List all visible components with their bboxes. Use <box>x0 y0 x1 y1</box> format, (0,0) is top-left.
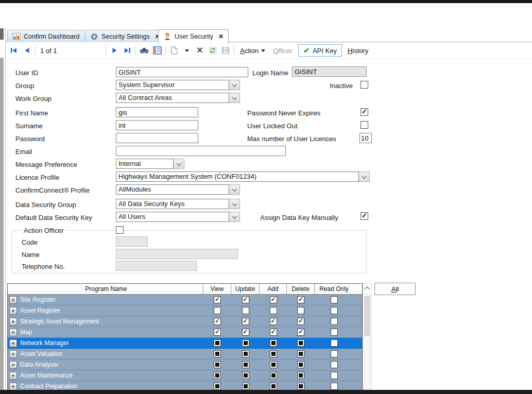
next-record-button[interactable] <box>110 45 119 56</box>
new-record-icon[interactable] <box>169 45 179 56</box>
table-row[interactable]: + Asset Maintenance <box>8 370 362 381</box>
add-checkbox[interactable] <box>270 361 277 368</box>
update-checkbox[interactable] <box>242 307 249 314</box>
api-key-button[interactable]: ✔ API Key <box>298 44 342 57</box>
close-icon[interactable]: ✕ <box>218 33 224 40</box>
add-checkbox[interactable] <box>270 350 277 357</box>
column-header-program-name[interactable]: Program Name <box>8 284 203 294</box>
expand-plus-icon[interactable]: + <box>9 318 17 326</box>
table-row[interactable]: + Strategic Asset Management <box>8 316 362 327</box>
update-checkbox[interactable] <box>242 383 249 390</box>
read_only-checkbox[interactable] <box>331 383 338 390</box>
tab-user-security[interactable]: User Security ✕ <box>158 29 229 43</box>
add-checkbox[interactable] <box>270 307 277 314</box>
inactive-checkbox[interactable] <box>361 81 368 89</box>
email-input[interactable] <box>116 146 286 156</box>
add-checkbox[interactable] <box>270 372 277 379</box>
scrollbar-thumb[interactable] <box>364 296 370 336</box>
delete-record-icon[interactable]: ✕ <box>195 45 204 56</box>
delete-checkbox[interactable] <box>297 318 304 325</box>
delete-checkbox[interactable] <box>297 339 304 347</box>
update-checkbox[interactable] <box>242 350 249 357</box>
first-record-button[interactable] <box>9 45 19 56</box>
table-row[interactable]: + Asset Register <box>8 305 362 316</box>
chevron-down-icon[interactable] <box>229 199 240 209</box>
save-icon[interactable] <box>221 45 230 56</box>
tab-confirm-dashboard[interactable]: Confirm Dashboard ✕ <box>7 30 95 42</box>
column-header-view[interactable]: View <box>203 284 231 294</box>
expand-plus-icon[interactable]: + <box>9 339 17 347</box>
read_only-checkbox[interactable] <box>331 296 338 303</box>
expand-plus-icon[interactable]: + <box>9 307 17 315</box>
delete-checkbox[interactable] <box>297 383 304 390</box>
previous-record-button[interactable] <box>22 45 31 56</box>
table-row[interactable]: + Map <box>8 327 362 338</box>
password-never-expires-checkbox[interactable] <box>361 108 368 116</box>
surname-input[interactable] <box>116 120 198 130</box>
delete-checkbox[interactable] <box>297 329 304 336</box>
read_only-checkbox[interactable] <box>331 318 338 325</box>
column-header-read-only[interactable]: Read Only <box>315 284 353 294</box>
group-select[interactable]: System Supervisor <box>116 80 240 90</box>
default-data-security-key-select[interactable]: All Users <box>116 212 240 222</box>
view-checkbox[interactable] <box>214 329 221 336</box>
user-id-input[interactable] <box>116 67 248 77</box>
expand-plus-icon[interactable]: + <box>9 361 17 369</box>
add-checkbox[interactable] <box>270 383 277 390</box>
table-row[interactable]: + Contract Preparation <box>8 381 362 390</box>
view-checkbox[interactable] <box>214 350 221 357</box>
view-checkbox[interactable] <box>214 372 221 379</box>
update-checkbox[interactable] <box>242 329 249 336</box>
find-icon[interactable] <box>140 45 149 56</box>
read_only-checkbox[interactable] <box>331 350 338 357</box>
read_only-checkbox[interactable] <box>331 372 338 379</box>
confirmconnect-profile-select[interactable]: AllModules <box>116 184 240 195</box>
scroll-up-icon[interactable] <box>363 284 371 295</box>
chevron-down-icon[interactable] <box>229 93 240 103</box>
table-row[interactable]: + Asset Valuation <box>8 349 362 359</box>
data-security-group-select[interactable]: All Data Security Keys <box>116 199 240 209</box>
all-button[interactable]: All <box>374 283 416 295</box>
delete-checkbox[interactable] <box>297 350 304 357</box>
view-checkbox[interactable] <box>214 339 221 347</box>
chevron-down-icon[interactable] <box>229 80 240 90</box>
view-checkbox[interactable] <box>214 361 221 368</box>
column-header-add[interactable]: Add <box>260 284 287 294</box>
licence-profile-select[interactable]: Highways Management System (CONF01234) <box>116 172 370 182</box>
first-name-input[interactable] <box>116 107 198 117</box>
password-input[interactable] <box>116 133 198 143</box>
new-record-dropdown-icon[interactable] <box>182 45 192 56</box>
column-header-delete[interactable]: Delete <box>287 284 315 294</box>
read_only-checkbox[interactable] <box>331 329 338 336</box>
add-checkbox[interactable] <box>270 318 277 325</box>
read_only-checkbox[interactable] <box>331 361 338 368</box>
officer-button[interactable]: Officer <box>271 46 295 56</box>
delete-checkbox[interactable] <box>297 372 304 379</box>
view-checkbox[interactable] <box>214 383 221 390</box>
read_only-checkbox[interactable] <box>331 307 338 314</box>
assign-data-key-manually-checkbox[interactable] <box>361 212 368 220</box>
delete-checkbox[interactable] <box>297 307 304 314</box>
table-row[interactable]: + Data Analyser <box>8 359 362 370</box>
expand-plus-icon[interactable]: + <box>9 350 17 358</box>
last-record-button[interactable] <box>123 45 132 56</box>
refresh-icon[interactable] <box>208 45 217 56</box>
expand-plus-icon[interactable]: + <box>9 383 17 390</box>
tab-security-settings[interactable]: Security Settings ✕ <box>85 30 165 42</box>
add-checkbox[interactable] <box>270 329 277 336</box>
history-button[interactable]: History <box>346 46 370 56</box>
table-row[interactable]: + Site Register <box>8 295 362 305</box>
update-checkbox[interactable] <box>242 361 249 368</box>
left-panel-scrollbar[interactable] <box>0 58 4 390</box>
view-checkbox[interactable] <box>214 307 221 314</box>
update-checkbox[interactable] <box>242 296 249 303</box>
column-header-update[interactable]: Update <box>231 284 260 294</box>
update-checkbox[interactable] <box>242 339 249 347</box>
chevron-down-icon[interactable] <box>229 184 240 195</box>
expand-plus-icon[interactable]: + <box>9 329 17 336</box>
chevron-down-icon[interactable] <box>229 212 240 222</box>
update-checkbox[interactable] <box>242 318 249 325</box>
update-checkbox[interactable] <box>242 372 249 379</box>
table-scrollbar[interactable] <box>363 283 372 390</box>
chevron-down-icon[interactable] <box>359 172 370 182</box>
